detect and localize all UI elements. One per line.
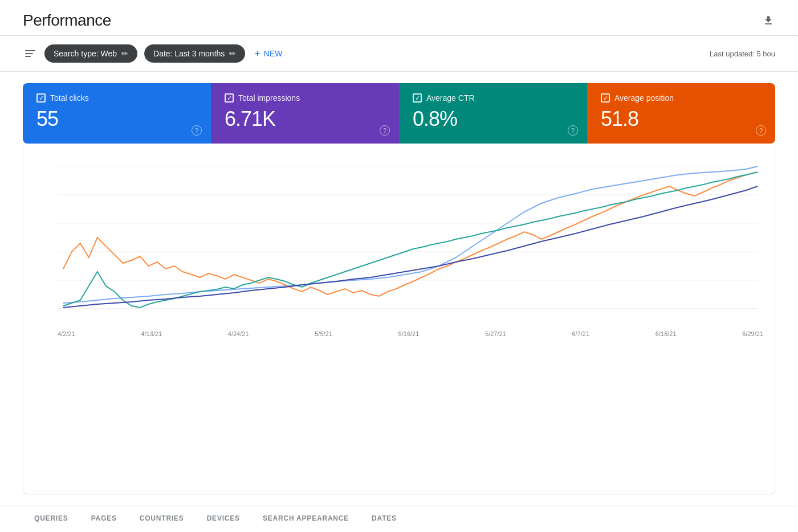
metric-help-position[interactable]: ? (756, 125, 766, 136)
new-button-label: NEW (264, 49, 283, 58)
metric-card-header-position: Average position (601, 93, 762, 103)
edit-search-type-icon: ✏ (121, 49, 128, 58)
metric-checkbox-position[interactable] (601, 93, 610, 103)
x-label-4: 5/16/21 (398, 330, 420, 337)
plus-icon: + (254, 48, 260, 59)
metric-value-ctr: 0.8% (413, 107, 573, 131)
metric-label-clicks: Total clicks (50, 93, 89, 103)
search-type-label: Search type: Web (54, 49, 117, 58)
metric-value-impressions: 6.71K (225, 107, 385, 131)
x-label-7: 6/18/21 (656, 330, 677, 337)
x-label-3: 5/5/21 (315, 330, 332, 337)
metric-card-header-clicks: Total clicks (36, 93, 197, 103)
x-label-1: 4/13/21 (141, 330, 162, 337)
metric-card-clicks[interactable]: Total clicks 55 ? (23, 83, 211, 144)
page-title: Performance (23, 11, 111, 30)
tab-queries[interactable]: QUERIES (23, 506, 80, 532)
x-label-2: 4/24/21 (228, 330, 249, 337)
metric-help-ctr[interactable]: ? (568, 125, 578, 136)
search-type-filter[interactable]: Search type: Web ✏ (44, 44, 137, 63)
bottom-tabs: QUERIES PAGES COUNTRIES DEVICES SEARCH A… (0, 506, 798, 532)
metric-card-impressions[interactable]: Total impressions 6.71K ? (211, 83, 399, 144)
tab-search-appearance[interactable]: SEARCH APPEARANCE (251, 506, 360, 532)
metric-label-ctr: Average CTR (426, 93, 475, 103)
header: Performance (0, 0, 798, 36)
x-label-6: 6/7/21 (572, 330, 590, 337)
chart-container: 4/2/21 4/13/21 4/24/21 5/5/21 5/16/21 5/… (23, 144, 775, 494)
x-label-0: 4/2/21 (58, 330, 75, 337)
edit-date-icon: ✏ (229, 49, 236, 58)
main-content: Total clicks 55 ? Total impressions 6.71… (0, 72, 798, 506)
toolbar: Search type: Web ✏ Date: Last 3 months ✏… (0, 36, 798, 72)
metric-label-position: Average position (614, 93, 674, 103)
new-filter-button[interactable]: + NEW (252, 44, 284, 63)
page-container: Performance Search type: Web ✏ Date: Las… (0, 0, 798, 532)
filter-icon[interactable] (23, 48, 38, 59)
metric-card-position[interactable]: Average position 51.8 ? (587, 83, 775, 144)
metric-card-header-ctr: Average CTR (413, 93, 573, 103)
x-label-8: 6/29/21 (742, 330, 763, 337)
performance-chart (35, 155, 763, 326)
date-filter[interactable]: Date: Last 3 months ✏ (144, 44, 245, 63)
metric-value-clicks: 55 (36, 107, 197, 131)
tab-dates[interactable]: DATES (360, 506, 408, 532)
metric-cards: Total clicks 55 ? Total impressions 6.71… (23, 83, 775, 144)
tab-countries[interactable]: COUNTRIES (128, 506, 196, 532)
date-label: Date: Last 3 months (153, 49, 225, 58)
metric-help-clicks[interactable]: ? (192, 125, 202, 136)
metric-checkbox-impressions[interactable] (225, 93, 234, 103)
metric-checkbox-clicks[interactable] (36, 93, 46, 103)
last-updated-text: Last updated: 5 hou (710, 50, 775, 58)
metric-help-impressions[interactable]: ? (380, 125, 390, 136)
metric-value-position: 51.8 (601, 107, 762, 131)
metric-card-header-impressions: Total impressions (225, 93, 385, 103)
x-label-5: 5/27/21 (485, 330, 506, 337)
metric-card-ctr[interactable]: Average CTR 0.8% ? (399, 83, 587, 144)
download-icon[interactable] (762, 14, 775, 27)
x-axis-labels: 4/2/21 4/13/21 4/24/21 5/5/21 5/16/21 5/… (35, 328, 763, 337)
tab-pages[interactable]: PAGES (80, 506, 128, 532)
metric-checkbox-ctr[interactable] (413, 93, 422, 103)
metric-label-impressions: Total impressions (238, 93, 300, 103)
tab-devices[interactable]: DEVICES (196, 506, 251, 532)
